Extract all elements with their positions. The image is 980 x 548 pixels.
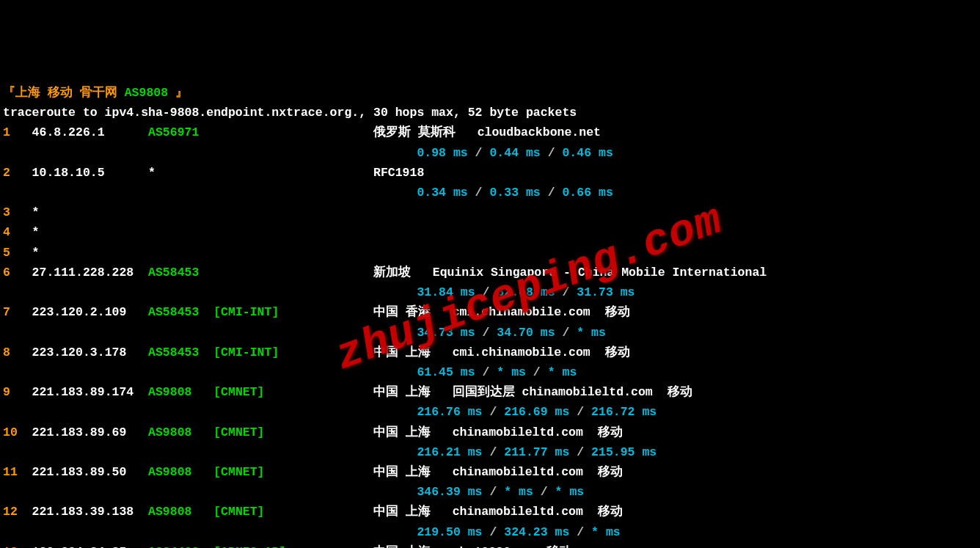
header-asn: AS9808: [125, 86, 175, 100]
hop-host: chinamobileltd.com: [453, 505, 583, 519]
hop-rtt3: 215.95 ms: [591, 445, 657, 459]
hop-rtt3: 216.72 ms: [591, 405, 657, 419]
hop-rtt3: 0.66 ms: [562, 186, 612, 200]
hop-rtt2: * ms: [497, 365, 526, 379]
hop-line: 4 *: [3, 222, 977, 242]
hop-rtt3: * ms: [555, 485, 585, 499]
hop-rtt2: 34.70 ms: [497, 326, 555, 340]
hop-rtt2: 211.77 ms: [504, 445, 569, 459]
hop-geo: 俄罗斯 莫斯科: [373, 125, 478, 139]
hop-line: 11 221.183.89.50 AS9808 [CMNET] 中国 上海 ch…: [3, 462, 977, 482]
hop-tag: [CMI-INT]: [213, 346, 373, 359]
hop-number: 13: [3, 545, 32, 548]
hop-timing: 216.76 ms / 216.69 ms / 216.72 ms: [3, 402, 977, 422]
hop-ip: 221.183.89.69: [32, 425, 148, 439]
hop-geo: 中国 上海: [373, 465, 453, 479]
hop-rtt1: 0.98 ms: [417, 146, 467, 160]
hop-tag: [CMNET]: [213, 425, 373, 439]
hop-ip: 27.111.228.228: [32, 266, 148, 280]
header-location: 上海 移动 骨干网: [15, 86, 125, 100]
hop-number: 12: [3, 505, 32, 519]
hop-number: 6: [3, 266, 32, 280]
terminal-output: 『上海 移动 骨干网 AS9808 』traceroute to ipv4.sh…: [3, 83, 977, 548]
hop-ip: 221.183.89.50: [32, 465, 148, 479]
hop-line: 13 120.204.34.85 AS24400 [APNIC-AP] 中国 上…: [3, 542, 977, 548]
hop-host: 回国到达层 chinamobileltd.com: [453, 385, 653, 399]
hop-rtt3: * ms: [591, 525, 621, 539]
hop-timing: 216.21 ms / 211.77 ms / 215.95 ms: [3, 442, 977, 462]
hop-line: 10 221.183.89.69 AS9808 [CMNET] 中国 上海 ch…: [3, 423, 977, 442]
hop-ip: 223.120.3.178: [32, 346, 148, 359]
hop-timing: 0.34 ms / 0.33 ms / 0.66 ms: [3, 183, 977, 202]
hop-rtt1: 346.39 ms: [417, 485, 482, 499]
hop-ip: *: [32, 225, 40, 239]
hop-rtt2: * ms: [504, 485, 533, 499]
hop-tag: [213, 266, 373, 280]
hop-number: 8: [3, 346, 32, 359]
hop-number: 5: [3, 246, 32, 260]
hop-tag: [CMNET]: [213, 385, 373, 399]
hop-rtt1: 216.21 ms: [417, 445, 482, 459]
hop-host: cmi.chinamobile.com: [453, 305, 590, 319]
hop-line: 6 27.111.228.228 AS58453 新加坡 Equinix Sin…: [3, 263, 977, 282]
hop-rtt2: 0.33 ms: [489, 186, 540, 200]
hop-geo: 中国 上海: [373, 385, 453, 399]
hop-number: 7: [3, 305, 32, 319]
hop-tag: [CMNET]: [213, 465, 373, 479]
hop-number: 9: [3, 385, 32, 399]
hop-tag: [CMNET]: [213, 505, 373, 519]
hop-ip: 223.120.2.109: [32, 305, 148, 319]
hop-rtt3: 0.46 ms: [562, 146, 612, 160]
hop-ip: 221.183.39.138: [32, 505, 148, 519]
hop-rtt1: 219.50 ms: [417, 525, 482, 539]
hop-number: 1: [3, 125, 32, 139]
hop-geo: 中国 上海: [373, 505, 453, 519]
hop-geo: 新加坡: [373, 266, 433, 280]
hop-asn: AS56971: [148, 125, 213, 139]
hop-host: sh.10086.cn: [453, 545, 533, 548]
hop-host: cmi.chinamobile.com: [453, 346, 590, 359]
hop-asn: *: [148, 166, 213, 180]
hop-net: 移动: [590, 305, 630, 319]
hop-timing: 219.50 ms / 324.23 ms / * ms: [3, 522, 977, 542]
traceroute-cmd: traceroute to ipv4.sha-9808.endpoint.nxt…: [3, 103, 977, 123]
hop-line: 7 223.120.2.109 AS58453 [CMI-INT] 中国 香港 …: [3, 302, 977, 322]
hop-geo: 中国 上海: [373, 545, 453, 548]
hop-host: chinamobileltd.com: [453, 465, 583, 479]
hop-rtt3: * ms: [548, 365, 577, 379]
hop-asn: AS9808: [148, 505, 213, 519]
hop-line: 3 *: [3, 202, 977, 222]
hop-asn: AS58453: [148, 305, 213, 319]
hop-rtt1: 31.84 ms: [417, 285, 475, 299]
hop-timing: 346.39 ms / * ms / * ms: [3, 482, 977, 502]
hop-line: 12 221.183.39.138 AS9808 [CMNET] 中国 上海 c…: [3, 502, 977, 522]
hop-timing: 0.98 ms / 0.44 ms / 0.46 ms: [3, 143, 977, 163]
hop-rtt3: 31.73 ms: [577, 285, 635, 299]
hop-ip: *: [32, 205, 40, 219]
hop-ip: 10.18.10.5: [32, 166, 148, 180]
hop-ip: 120.204.34.85: [32, 545, 148, 548]
hop-net: 移动: [533, 545, 572, 548]
hop-geo: 中国 上海: [373, 425, 453, 439]
hop-rtt1: 0.34 ms: [417, 186, 467, 200]
hop-number: 3: [3, 205, 32, 219]
hop-rtt1: 61.45 ms: [417, 365, 475, 379]
traceroute-header: 『上海 移动 骨干网 AS9808 』: [3, 83, 977, 103]
hop-net: 移动: [653, 385, 692, 399]
hop-rtt2: 324.23 ms: [504, 525, 569, 539]
hop-ip: *: [32, 246, 40, 260]
hop-rtt2: 32.08 ms: [497, 285, 555, 299]
hop-tag: [APNIC-AP]: [213, 545, 373, 548]
hop-line: 5 *: [3, 243, 977, 263]
hop-tag: [213, 166, 373, 180]
hop-rtt2: 216.69 ms: [504, 405, 569, 419]
hop-asn: AS24400: [148, 545, 213, 548]
hop-line: 2 10.18.10.5 * RFC1918: [3, 163, 977, 183]
hop-number: 2: [3, 166, 32, 180]
hop-rtt1: 34.73 ms: [417, 326, 475, 340]
hop-host: chinamobileltd.com: [453, 425, 583, 439]
hop-rtt1: 216.76 ms: [417, 405, 482, 419]
hop-asn: AS58453: [148, 346, 213, 359]
hop-number: 11: [3, 465, 32, 479]
hop-tag: [213, 125, 373, 139]
